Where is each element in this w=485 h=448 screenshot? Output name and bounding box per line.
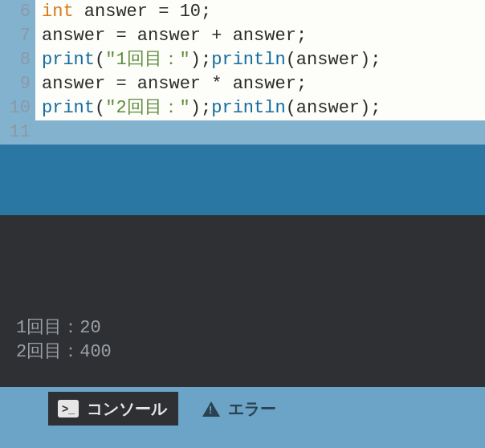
token: answer: [222, 26, 295, 46]
token: ;: [370, 50, 381, 70]
line-number: 8: [0, 48, 35, 72]
token: print: [42, 98, 95, 118]
tab-errors[interactable]: エラー: [193, 392, 287, 426]
token: answer: [74, 2, 159, 22]
line-number: 7: [0, 24, 35, 48]
token: (: [95, 50, 105, 70]
token: =: [116, 26, 126, 46]
token: answer: [127, 26, 212, 46]
token: +: [211, 26, 222, 46]
console-line: 2回目：400: [16, 340, 469, 365]
token: "2回目：": [105, 98, 190, 118]
line-number: 10: [0, 96, 35, 120]
line-number: 6: [0, 0, 35, 24]
token: "1回目：": [105, 50, 190, 70]
code-line[interactable]: 10print("2回目：");println(answer);: [0, 96, 485, 120]
token: int: [42, 2, 74, 22]
token: answer: [222, 74, 295, 94]
code-line[interactable]: 8print("1回目：");println(answer);: [0, 48, 485, 72]
token: answer: [296, 98, 360, 118]
code-content[interactable]: [35, 120, 485, 145]
token: =: [116, 74, 126, 94]
token: answer: [296, 50, 360, 70]
code-line[interactable]: 6int answer = 10;: [0, 0, 485, 24]
token: 10: [180, 2, 201, 22]
code-line[interactable]: 7answer = answer + answer;: [0, 24, 485, 48]
token: ;: [296, 26, 307, 46]
token: ;: [201, 98, 211, 118]
token: (: [95, 98, 105, 118]
tab-console-label: コンソール: [87, 398, 167, 420]
token: println: [211, 50, 285, 70]
token: ): [190, 98, 201, 118]
token: *: [211, 74, 222, 94]
token: ;: [296, 74, 307, 94]
token: (: [286, 50, 296, 70]
warning-icon: [202, 401, 220, 417]
token: (: [286, 98, 296, 118]
code-line[interactable]: 11: [0, 120, 485, 145]
token: answer: [127, 74, 212, 94]
code-content[interactable]: answer = answer * answer;: [35, 72, 307, 96]
token: ): [360, 98, 370, 118]
token: =: [158, 2, 169, 22]
token: ;: [201, 50, 211, 70]
separator-bar: [0, 145, 485, 215]
token: answer: [42, 74, 116, 94]
code-content[interactable]: answer = answer + answer;: [35, 24, 307, 48]
terminal-icon: >_: [58, 400, 79, 417]
code-editor[interactable]: 6int answer = 10;7answer = answer + answ…: [0, 0, 485, 145]
token: ): [190, 50, 201, 70]
console-line: 1回目：20: [16, 316, 469, 340]
token: ;: [201, 2, 211, 22]
code-content[interactable]: int answer = 10;: [35, 0, 211, 24]
code-line[interactable]: 9answer = answer * answer;: [0, 72, 485, 96]
line-number: 9: [0, 72, 35, 96]
line-number: 11: [0, 120, 35, 145]
bottom-tabs: >_ コンソール エラー: [0, 387, 485, 426]
token: print: [42, 50, 95, 70]
token: answer: [42, 26, 116, 46]
token: [169, 2, 179, 22]
token: ): [360, 50, 370, 70]
code-content[interactable]: print("1回目：");println(answer);: [35, 48, 381, 72]
code-content[interactable]: print("2回目：");println(answer);: [35, 96, 381, 120]
tab-console[interactable]: >_ コンソール: [48, 392, 178, 426]
token: ;: [370, 98, 381, 118]
token: println: [211, 98, 285, 118]
console-output: 1回目：202回目：400: [0, 215, 485, 387]
tab-errors-label: エラー: [228, 398, 276, 420]
